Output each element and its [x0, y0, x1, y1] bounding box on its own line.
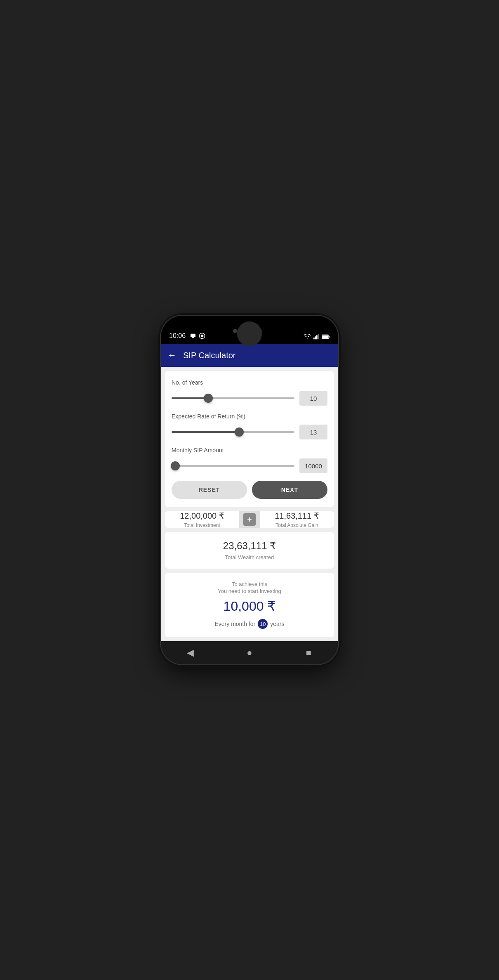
total-wealth-label: Total Wealth created — [172, 554, 327, 560]
achieve-line2: You need to start Investing — [172, 588, 327, 594]
total-gain-label: Total Absolute Gain — [275, 522, 318, 528]
total-wealth-amount: 23,63,111 ₹ — [172, 540, 327, 552]
rate-slider-section: Expected Rate of Return (%) 13 — [172, 413, 327, 439]
status-icons — [304, 334, 330, 340]
years-label: No. of Years — [172, 379, 327, 386]
plus-icon: + — [243, 513, 256, 526]
svg-rect-4 — [313, 338, 315, 339]
result-row: 12,00,000 ₹ Total Investment + 11,63,111… — [165, 511, 334, 528]
total-wealth-card: 23,63,111 ₹ Total Wealth created — [165, 532, 334, 569]
total-gain-amount: 11,63,111 ₹ — [275, 511, 319, 521]
nav-back-button[interactable]: ◀ — [182, 645, 199, 661]
invest-footer-pre: Every month for — [214, 621, 255, 627]
total-investment-cell: 12,00,000 ₹ Total Investment — [165, 511, 239, 528]
svg-rect-0 — [191, 334, 195, 337]
svg-point-3 — [201, 335, 204, 338]
achieve-line1: To achieve this — [172, 581, 327, 587]
nav-bar: ◀ ● ■ — [161, 641, 338, 664]
back-button[interactable]: ← — [167, 350, 177, 361]
sip-value[interactable]: 10000 — [299, 458, 327, 473]
button-row: RESET NEXT — [172, 481, 327, 499]
signal-icon — [313, 334, 319, 340]
app-bar: ← SIP Calculator — [161, 344, 338, 367]
svg-rect-1 — [192, 337, 194, 338]
svg-rect-5 — [315, 336, 316, 339]
sip-label: Monthly SIP Amount — [172, 447, 327, 453]
app-bar-title: SIP Calculator — [183, 351, 235, 360]
rate-label: Expected Rate of Return (%) — [172, 413, 327, 420]
svg-rect-9 — [329, 336, 330, 338]
rate-slider-track[interactable] — [172, 427, 294, 437]
total-investment-amount: 12,00,000 ₹ — [180, 511, 224, 521]
rate-value[interactable]: 13 — [299, 425, 327, 439]
nav-recents-button[interactable]: ■ — [300, 645, 317, 661]
main-content: No. of Years 10 Expected Rate of Retur — [161, 367, 338, 641]
status-time: 10:06 — [169, 332, 186, 340]
circle-icon — [199, 333, 205, 339]
notification-icon — [190, 333, 196, 339]
sip-slider-track[interactable] — [172, 461, 294, 471]
battery-icon — [322, 334, 330, 339]
invest-footer: Every month for 10 years — [172, 619, 327, 629]
total-gain-cell: 11,63,111 ₹ Total Absolute Gain — [260, 511, 334, 528]
svg-rect-7 — [318, 334, 319, 340]
years-slider-section: No. of Years 10 — [172, 379, 327, 406]
total-investment-label: Total Investment — [184, 522, 220, 528]
svg-rect-6 — [316, 335, 318, 340]
reset-button[interactable]: RESET — [172, 481, 247, 499]
years-slider-track[interactable] — [172, 393, 294, 403]
plus-divider: + — [239, 511, 260, 528]
nav-home-button[interactable]: ● — [241, 645, 258, 661]
svg-rect-10 — [322, 335, 328, 338]
wifi-icon — [304, 334, 311, 340]
calculator-card: No. of Years 10 Expected Rate of Retur — [165, 371, 334, 507]
invest-card: To achieve this You need to start Invest… — [165, 573, 334, 637]
next-button[interactable]: NEXT — [252, 481, 327, 499]
sip-slider-section: Monthly SIP Amount 10000 — [172, 447, 327, 473]
invest-amount: 10,000 ₹ — [172, 598, 327, 614]
years-value[interactable]: 10 — [299, 391, 327, 406]
invest-footer-post: years — [270, 621, 284, 627]
year-badge: 10 — [258, 619, 268, 629]
